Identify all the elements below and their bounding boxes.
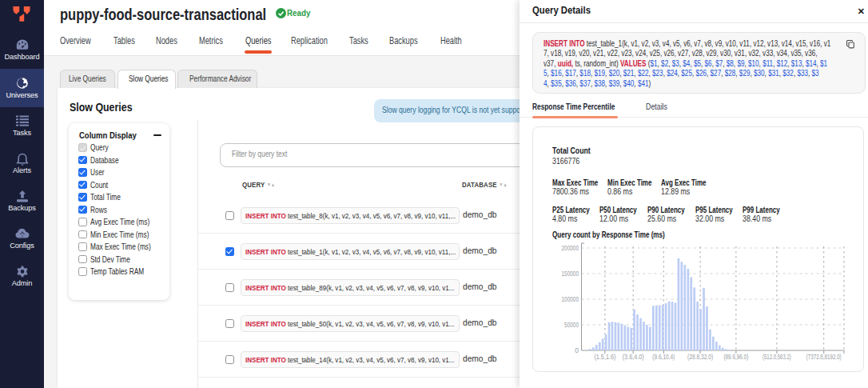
- svg-text:(7372.8,8192.0): (7372.8,8192.0): [806, 353, 842, 361]
- svg-text:(89.6,96.0): (89.6,96.0): [723, 353, 748, 361]
- svg-text:50000: 50000: [564, 321, 579, 329]
- svg-text:(9.6,10.4): (9.6,10.4): [652, 353, 675, 361]
- svg-text:(512.0,563.2): (512.0,563.2): [762, 353, 791, 361]
- svg-text:150000: 150000: [562, 270, 579, 278]
- svg-text:(28.8,32.0): (28.8,32.0): [687, 353, 713, 361]
- svg-text:(3.6,4.0): (3.6,4.0): [623, 353, 644, 361]
- svg-text:0: 0: [575, 346, 579, 354]
- svg-text:100000: 100000: [562, 295, 579, 303]
- svg-text:(1.5,1.6): (1.5,1.6): [594, 353, 615, 361]
- svg-text:200000: 200000: [562, 244, 579, 252]
